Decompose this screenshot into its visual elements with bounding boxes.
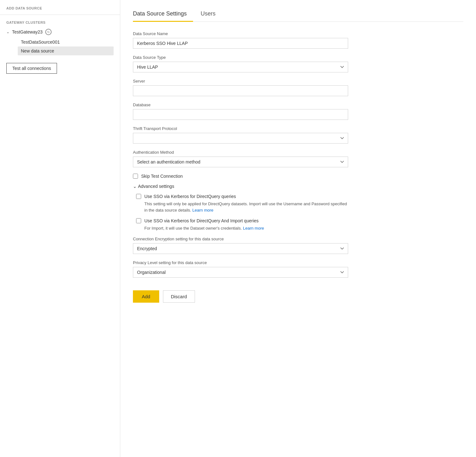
gateway-item[interactable]: ⌄ TestGateway23 ↻ xyxy=(6,28,114,36)
chevron-down-icon: ⌄ xyxy=(6,30,9,34)
thrift-label: Thrift Transport Protocol xyxy=(133,126,348,131)
datasource-type-select[interactable]: Hive LLAP xyxy=(133,62,348,72)
connection-encryption-label: Connection Encryption setting for this d… xyxy=(133,237,348,241)
privacy-level-label: Privacy Level setting for this data sour… xyxy=(133,260,348,265)
test-btn-container: Test all connections xyxy=(0,55,120,81)
sso-kerberos-directquery-checkbox[interactable] xyxy=(136,194,141,199)
advanced-content: Use SSO via Kerberos for DirectQuery que… xyxy=(133,194,348,232)
sso-kerberos-import-checkbox[interactable] xyxy=(136,218,141,223)
datasource-name-label: Data Source Name xyxy=(133,31,348,36)
tabs: Data Source Settings Users xyxy=(133,6,463,22)
sso-kerberos-import-desc: For Import, it will use the Dataset owne… xyxy=(136,225,348,232)
datasource-list: TestDataSource001 New data source xyxy=(6,38,114,55)
sso-kerberos-directquery-desc: This setting will only be applied for Di… xyxy=(136,201,348,213)
database-input[interactable] xyxy=(133,109,348,120)
tab-users[interactable]: Users xyxy=(201,7,222,22)
connection-encryption-group: Connection Encryption setting for this d… xyxy=(133,237,348,254)
advanced-settings-label: Advanced settings xyxy=(138,184,174,189)
skip-test-row: Skip Test Connection xyxy=(133,174,348,179)
sidebar-header: ADD DATA SOURCE xyxy=(0,6,120,15)
database-group: Database xyxy=(133,102,348,120)
auth-method-group: Authentication Method Select an authenti… xyxy=(133,150,348,167)
sso-import-option: Use SSO via Kerberos for DirectQuery And… xyxy=(136,218,348,232)
thrift-select[interactable] xyxy=(133,133,348,144)
datasource-type-label: Data Source Type xyxy=(133,55,348,60)
form-section: Data Source Name Data Source Type Hive L… xyxy=(133,31,348,303)
datasource-name-input[interactable] xyxy=(133,38,348,49)
auth-method-select[interactable]: Select an authentication method xyxy=(133,157,348,167)
datasource-item-0[interactable]: TestDataSource001 xyxy=(18,38,114,46)
sidebar: ADD DATA SOURCE GATEWAY CLUSTERS ⌄ TestG… xyxy=(0,0,120,457)
sso-directquery-option: Use SSO via Kerberos for DirectQuery que… xyxy=(136,194,348,213)
database-label: Database xyxy=(133,102,348,107)
skip-test-checkbox[interactable] xyxy=(133,174,138,179)
add-button[interactable]: Add xyxy=(133,290,159,303)
sso-import-row: Use SSO via Kerberos for DirectQuery And… xyxy=(136,218,348,223)
skip-test-label: Skip Test Connection xyxy=(141,174,183,179)
gateway-name: TestGateway23 xyxy=(12,29,43,34)
sso-directquery-row: Use SSO via Kerberos for DirectQuery que… xyxy=(136,194,348,199)
privacy-level-group: Privacy Level setting for this data sour… xyxy=(133,260,348,278)
discard-button[interactable]: Discard xyxy=(163,290,195,303)
gateway-section: GATEWAY CLUSTERS ⌄ TestGateway23 ↻ TestD… xyxy=(0,15,120,55)
server-label: Server xyxy=(133,79,348,83)
gateway-clusters-label: GATEWAY CLUSTERS xyxy=(6,21,114,24)
datasource-item-1[interactable]: New data source xyxy=(18,46,114,55)
tab-data-source-settings[interactable]: Data Source Settings xyxy=(133,7,193,22)
server-input[interactable] xyxy=(133,85,348,96)
connection-encryption-select[interactable]: Encrypted xyxy=(133,243,348,254)
gateway-status-icon: ↻ xyxy=(45,29,52,35)
auth-method-label: Authentication Method xyxy=(133,150,348,155)
datasource-name-group: Data Source Name xyxy=(133,31,348,49)
sso-kerberos-directquery-link[interactable]: Learn more xyxy=(192,208,213,213)
test-all-connections-button[interactable]: Test all connections xyxy=(6,63,57,74)
datasource-type-group: Data Source Type Hive LLAP xyxy=(133,55,348,72)
privacy-level-select[interactable]: Organizational xyxy=(133,267,348,278)
action-buttons: Add Discard xyxy=(133,287,348,303)
main-content: Data Source Settings Users Data Source N… xyxy=(120,0,476,457)
server-group: Server xyxy=(133,79,348,96)
thrift-group: Thrift Transport Protocol xyxy=(133,126,348,144)
sso-kerberos-directquery-label: Use SSO via Kerberos for DirectQuery que… xyxy=(144,194,236,199)
chevron-down-icon: ⌄ xyxy=(133,184,137,189)
sso-kerberos-import-link[interactable]: Learn more xyxy=(243,226,264,231)
advanced-settings-toggle[interactable]: ⌄ Advanced settings xyxy=(133,184,348,189)
sso-kerberos-import-label: Use SSO via Kerberos for DirectQuery And… xyxy=(144,218,259,223)
